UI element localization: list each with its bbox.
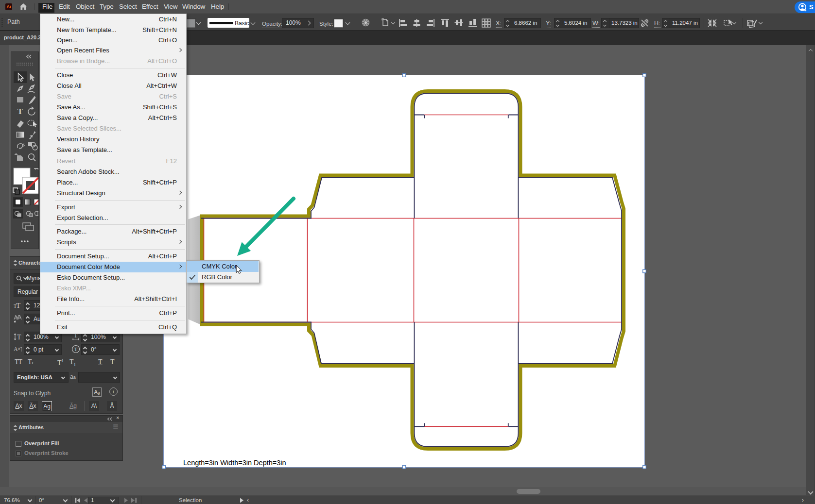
svg-text:T: T bbox=[74, 346, 78, 352]
svg-text:T: T bbox=[17, 107, 23, 116]
svg-text:T: T bbox=[16, 302, 20, 309]
svg-text:a: a bbox=[18, 346, 20, 351]
svg-text:T: T bbox=[17, 334, 21, 341]
svg-text:A: A bbox=[14, 346, 18, 353]
